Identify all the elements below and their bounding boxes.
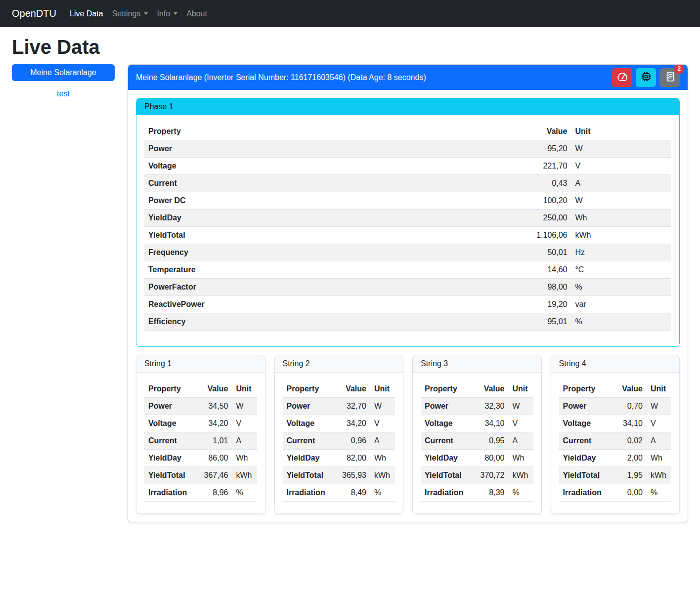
value-cell: 0,70 [610, 398, 647, 415]
inverter-panel-title: Meine Solaranlage (Inverter Serial Numbe… [136, 73, 426, 82]
nav-item-about[interactable]: About [182, 5, 212, 22]
value-cell: 367,46 [195, 467, 232, 484]
property-cell: YieldDay [559, 450, 610, 467]
table-row: YieldDay2,00Wh [559, 450, 672, 467]
value-cell: 14,60 [497, 261, 571, 279]
journal-icon [664, 71, 675, 84]
nav-item-settings[interactable]: Settings [108, 5, 153, 22]
unit-cell: °C [571, 261, 671, 279]
table-row: YieldTotal1.106,06kWh [144, 227, 671, 244]
property-cell: YieldDay [421, 450, 471, 467]
value-cell: 370,72 [471, 467, 508, 484]
value-cell: 34,10 [471, 415, 508, 432]
inverter-panel: Meine Solaranlage (Inverter Serial Numbe… [128, 64, 688, 522]
property-cell: Current [144, 175, 497, 192]
table-row: Power32,30W [421, 398, 533, 415]
table-row: Voltage221,70V [144, 158, 671, 175]
table-row: YieldDay250,00Wh [144, 210, 671, 227]
value-cell: 8,39 [471, 484, 508, 502]
value-cell: 95,01 [497, 313, 571, 331]
string-card-2: String 2 PropertyValueUnitPower32,70WVol… [274, 355, 404, 514]
value-cell: 34,20 [333, 415, 370, 432]
string-card-title: String 1 [136, 355, 265, 373]
value-cell: 100,20 [497, 192, 571, 210]
property-cell: Current [283, 432, 333, 450]
unit-cell: kWh [647, 467, 671, 484]
table-row: YieldDay80,00Wh [421, 450, 533, 467]
table-header-row: PropertyValueUnit [144, 381, 257, 398]
unit-cell: V [232, 415, 257, 432]
table-row: PowerFactor98,00% [144, 279, 671, 296]
string-table-1: PropertyValueUnitPower34,50WVoltage34,20… [144, 381, 257, 502]
phase-card-body: PropertyValueUnitPower95,20WVoltage221,7… [136, 115, 679, 346]
inverter-panel-header: Meine Solaranlage (Inverter Serial Numbe… [128, 65, 688, 90]
event-count-badge: 2 [674, 64, 684, 74]
value-cell: 0,02 [610, 432, 647, 450]
unit-cell: A [232, 432, 257, 450]
inverter-select-button-active[interactable]: Meine Solaranlage [12, 64, 115, 81]
value-cell: 80,00 [471, 450, 508, 467]
nav-item-info[interactable]: Info [152, 5, 182, 22]
property-cell: Power [144, 398, 195, 415]
page-title: Live Data [0, 36, 700, 58]
column-header-value: Value [497, 123, 571, 140]
inverter-sidebar: Meine Solaranlage test [12, 64, 115, 98]
unit-cell: W [370, 398, 395, 415]
unit-cell: % [571, 279, 671, 296]
property-cell: YieldTotal [559, 467, 610, 484]
value-cell: 0,96 [333, 432, 370, 450]
string-card-title: String 3 [413, 355, 541, 373]
dropdown-caret-icon [174, 12, 177, 15]
column-header-unit: Unit [370, 381, 395, 398]
event-log-button[interactable]: 2 [659, 68, 680, 87]
table-row: Irradiation8,49% [283, 484, 395, 502]
unit-cell: V [647, 415, 671, 432]
table-row: Irradiation8,96% [144, 484, 257, 502]
table-row: Current0,95A [421, 432, 533, 450]
table-row: Current1,01A [144, 432, 257, 450]
table-row: YieldTotal370,72kWh [421, 467, 533, 484]
table-row: ReactivePower19,20var [144, 296, 671, 313]
dropdown-caret-icon [144, 12, 148, 15]
property-cell: Frequency [144, 244, 497, 261]
unit-cell: W [232, 398, 257, 415]
property-cell: PowerFactor [144, 279, 497, 296]
unit-cell: W [647, 398, 671, 415]
inverter-action-buttons: 2 [612, 68, 680, 87]
phase-card: Phase 1 PropertyValueUnitPower95,20WVolt… [136, 98, 680, 347]
column-header-value: Value [610, 381, 647, 398]
nav-item-label: Info [157, 9, 170, 18]
table-header-row: PropertyValueUnit [283, 381, 395, 398]
brand-logo[interactable]: OpenDTU [12, 8, 56, 19]
value-cell: 98,00 [497, 279, 571, 296]
inverter-select-link-test[interactable]: test [12, 89, 115, 98]
unit-cell: Wh [647, 450, 671, 467]
property-cell: Voltage [144, 415, 195, 432]
device-info-button[interactable] [636, 68, 656, 87]
limit-settings-button[interactable] [612, 68, 632, 87]
value-cell: 32,30 [471, 398, 508, 415]
table-row: Current0,96A [283, 432, 395, 450]
table-header-row: PropertyValueUnit [559, 381, 672, 398]
table-row: Power34,50W [144, 398, 257, 415]
nav-item-live-data[interactable]: Live Data [65, 5, 108, 22]
property-cell: YieldDay [144, 450, 195, 467]
property-cell: Temperature [144, 261, 497, 279]
table-row: Voltage34,20V [283, 415, 395, 432]
table-row: Frequency50,01Hz [144, 244, 671, 261]
unit-cell: kWh [508, 467, 533, 484]
table-row: YieldTotal367,46kWh [144, 467, 257, 484]
string-card-1: String 1 PropertyValueUnitPower34,50WVol… [136, 355, 265, 514]
speedometer-icon [617, 71, 628, 84]
unit-cell: A [508, 432, 533, 450]
unit-cell: V [370, 415, 395, 432]
property-cell: YieldTotal [421, 467, 471, 484]
table-row: Current0,02A [559, 432, 672, 450]
column-header-value: Value [195, 381, 232, 398]
property-cell: Voltage [559, 415, 610, 432]
table-row: Voltage34,10V [559, 415, 672, 432]
value-cell: 0,00 [610, 484, 647, 502]
column-header-property: Property [144, 123, 497, 140]
navbar: OpenDTU Live Data Settings Info About [0, 0, 700, 27]
property-cell: Current [144, 432, 195, 450]
